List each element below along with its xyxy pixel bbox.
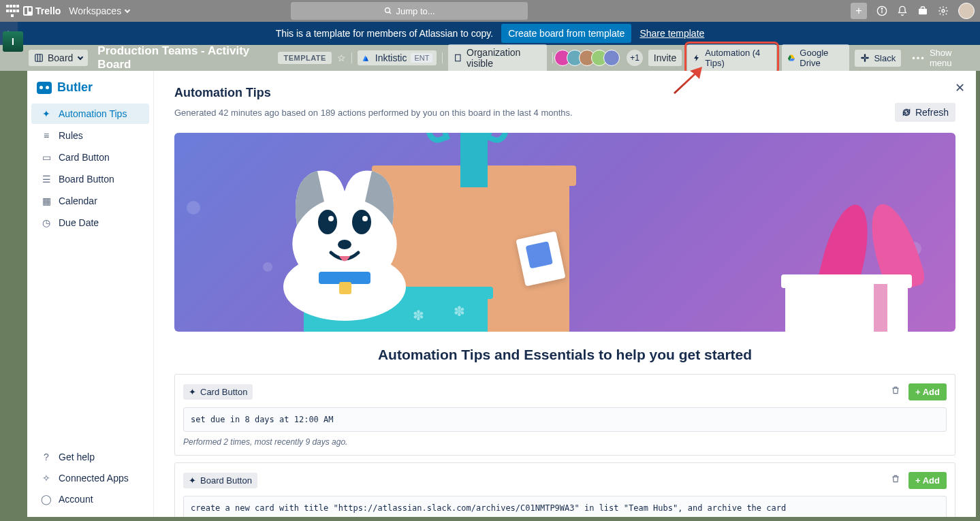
svg-point-23 (362, 216, 368, 221)
template-chip: TEMPLATE (278, 52, 331, 64)
org-chip[interactable]: Inktistic ENT (358, 50, 437, 65)
sidebar-item-automation-tips[interactable]: ✦Automation Tips (31, 104, 149, 124)
svg-rect-26 (339, 282, 351, 294)
building-icon (454, 53, 462, 63)
info-icon[interactable] (876, 5, 887, 16)
sidebar-item-due-date[interactable]: ◷Due Date (31, 212, 149, 233)
automation-button[interactable]: Automation (4 Tips) (687, 44, 776, 72)
more-members[interactable]: +1 (627, 50, 643, 66)
board-title[interactable]: Production Teams - Activity Board (97, 44, 268, 72)
visibility-button[interactable]: Organization visible (448, 44, 547, 72)
refresh-button[interactable]: Refresh (895, 103, 955, 122)
svg-point-4 (881, 8, 882, 9)
search-input[interactable]: Jump to... (291, 2, 528, 20)
svg-rect-15 (864, 54, 866, 57)
calendar-icon: ▦ (41, 195, 52, 206)
add-button[interactable]: + Add (908, 472, 947, 489)
chevron-down-icon (125, 7, 130, 13)
svg-rect-16 (862, 57, 865, 59)
slack-icon (860, 53, 870, 63)
search-icon (384, 7, 392, 15)
svg-point-22 (328, 216, 334, 221)
sidebar-item-board-button[interactable]: ☰Board Button (31, 169, 149, 189)
trello-logo[interactable]: Trello (23, 5, 61, 16)
avatar[interactable] (603, 50, 620, 66)
svg-point-21 (352, 210, 371, 234)
create-board-button[interactable]: Create board from template (501, 24, 631, 43)
list-icon: ≡ (41, 130, 52, 141)
tip-performed: Performed 2 times, most recently 9 days … (183, 437, 947, 447)
trash-icon (891, 474, 900, 484)
account-icon: ◯ (41, 494, 52, 505)
gear-icon[interactable] (938, 5, 949, 16)
svg-point-24 (338, 240, 351, 249)
refresh-icon (902, 108, 911, 117)
board-icon: ☰ (41, 174, 52, 185)
members[interactable] (558, 50, 620, 66)
svg-point-20 (318, 210, 337, 234)
avatar[interactable] (958, 3, 975, 19)
briefcase-icon[interactable] (917, 5, 928, 16)
delete-button[interactable] (888, 383, 903, 400)
delete-button[interactable] (888, 471, 903, 489)
workspaces-menu[interactable]: Workspaces (69, 5, 129, 16)
bell-icon[interactable] (897, 5, 908, 16)
butler-header: Butler (27, 71, 153, 103)
svg-line-1 (389, 12, 391, 14)
board-view-switcher[interactable]: Board (29, 50, 88, 66)
svg-point-6 (942, 10, 945, 12)
sparkle-icon: ✦ (189, 387, 196, 397)
sparkle-icon: ✦ (41, 108, 52, 119)
page-title: Automation Tips (174, 86, 955, 100)
invite-button[interactable]: Invite (648, 50, 682, 66)
tip-code: set due in 8 days at 12:00 AM (183, 407, 947, 432)
tip-type-chip[interactable]: ✦ Card Button (183, 384, 253, 400)
help-icon: ? (41, 452, 52, 462)
close-button[interactable]: ✕ (955, 80, 965, 95)
automation-tip: ✦ Board Button + Add create a new card w… (174, 462, 955, 517)
share-template-link[interactable]: Share template (639, 28, 704, 39)
svg-point-0 (385, 8, 390, 13)
husky-illustration (256, 144, 433, 321)
add-button[interactable]: + Add (908, 383, 947, 400)
sidebar-item-rules[interactable]: ≡Rules (31, 125, 149, 146)
clock-icon: ◷ (41, 217, 52, 228)
atlassian-icon (362, 53, 371, 63)
chevron-down-icon (78, 54, 83, 60)
svg-rect-17 (864, 59, 866, 62)
lightning-icon (693, 53, 701, 63)
svg-rect-7 (35, 54, 43, 62)
sidebar-item-help[interactable]: ?Get help (31, 447, 149, 467)
apps-launcher-icon[interactable] (5, 4, 19, 18)
slack-button[interactable]: Slack (855, 50, 901, 67)
dots-icon: ••• (912, 53, 926, 63)
show-menu-button[interactable]: ••• Show menu (906, 44, 973, 72)
card-icon: ▭ (41, 152, 52, 163)
sidebar-item-account[interactable]: ◯Account (31, 489, 149, 509)
sidebar-item-connected-apps[interactable]: ✧Connected Apps (31, 468, 149, 488)
tip-code: create a new card with title "https://at… (183, 496, 947, 517)
butler-icon (37, 82, 52, 94)
apps-icon: ✧ (41, 473, 52, 484)
section-title: Automation Tips and Essentials to help y… (174, 347, 955, 363)
banner-text: This is a template for members of Atlass… (276, 28, 494, 39)
google-drive-button[interactable]: Google Drive (782, 44, 849, 72)
sidebar-item-card-button[interactable]: ▭Card Button (31, 147, 149, 168)
tip-type-chip[interactable]: ✦ Board Button (183, 473, 257, 488)
google-drive-icon (787, 53, 795, 63)
sparkle-icon: ✦ (189, 475, 196, 486)
svg-rect-18 (866, 57, 869, 59)
hero-illustration: ✽ ✽ ✽ ✽ (174, 133, 955, 332)
star-icon[interactable]: ☆ (337, 52, 346, 63)
svg-rect-10 (456, 54, 460, 61)
trello-logo-text: Trello (35, 5, 61, 16)
trash-icon (891, 385, 900, 395)
automation-tip: ✦ Card Button + Add set due in 8 days at… (174, 374, 955, 456)
workspace-badge[interactable]: I (3, 31, 23, 52)
create-button[interactable]: + (851, 3, 867, 19)
svg-rect-5 (919, 9, 927, 15)
page-subtitle: Generated 42 minutes ago based on 189 ac… (174, 108, 573, 118)
board-icon (34, 53, 44, 63)
sidebar-item-calendar[interactable]: ▦Calendar (31, 191, 149, 211)
